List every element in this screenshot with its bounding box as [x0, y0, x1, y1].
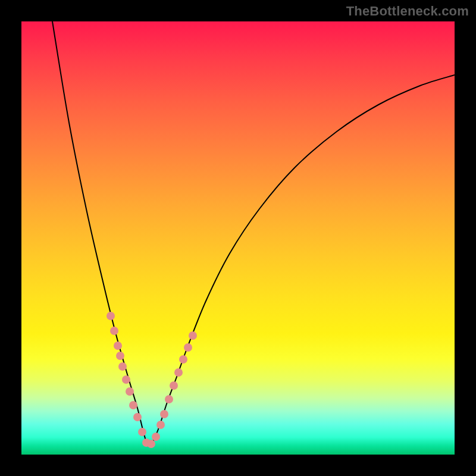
marker-dot: [116, 352, 124, 360]
marker-group: [107, 312, 197, 448]
marker-dot: [110, 327, 118, 335]
marker-dot: [174, 368, 183, 377]
marker-dot: [107, 312, 115, 320]
marker-dot: [170, 381, 178, 390]
marker-dot: [126, 387, 134, 396]
plot-area: [21, 21, 455, 455]
watermark-text: TheBottleneck.com: [346, 4, 469, 19]
marker-dot: [122, 375, 130, 384]
bottleneck-curve: [52, 21, 455, 446]
marker-dot: [133, 413, 142, 421]
marker-dot: [147, 440, 155, 448]
marker-dot: [138, 428, 146, 436]
marker-dot: [160, 410, 168, 418]
marker-dot: [184, 343, 192, 352]
outer-frame: TheBottleneck.com: [0, 0, 476, 476]
marker-dot: [114, 342, 122, 350]
marker-dot: [152, 433, 160, 441]
marker-dot: [156, 421, 165, 429]
marker-dot: [165, 395, 173, 403]
marker-dot: [189, 331, 197, 340]
chart-svg: [21, 21, 455, 455]
marker-dot: [129, 401, 137, 409]
marker-dot: [179, 355, 187, 364]
marker-dot: [118, 362, 127, 371]
